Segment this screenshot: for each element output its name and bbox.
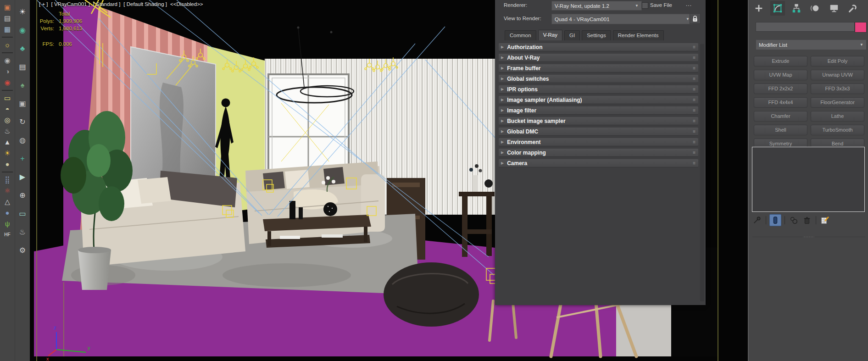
- tab-create[interactable]: [751, 1, 766, 16]
- rollout-authorization[interactable]: ▶Authorization≡: [499, 43, 698, 51]
- remove-modifier-button[interactable]: [801, 215, 812, 226]
- viewport-menu-general[interactable]: [ + ]: [39, 1, 48, 7]
- modifier-button-ffd-3x3x3[interactable]: FFD 3x3x3: [811, 83, 864, 94]
- modifier-button-ffd-4x4x4[interactable]: FFD 4x4x4: [754, 97, 807, 108]
- dome-light-icon[interactable]: ◓: [1, 104, 13, 115]
- rollout-menu-icon[interactable]: ≡: [693, 161, 695, 166]
- modifier-button-extrude[interactable]: Extrude: [754, 56, 807, 67]
- save-file-checkbox[interactable]: [642, 2, 648, 9]
- trees-icon[interactable]: ♣: [17, 39, 28, 58]
- viewport-menu-shading[interactable]: [ Default Shading ]: [123, 1, 167, 7]
- tab-motion[interactable]: [808, 1, 823, 16]
- omni-light-icon[interactable]: ☀: [17, 3, 28, 21]
- tab-gi[interactable]: GI: [564, 30, 580, 40]
- renderer-dropdown[interactable]: V-Ray Next, update 1.2▼: [551, 1, 642, 11]
- modifier-button-chamfer[interactable]: Chamfer: [754, 111, 807, 122]
- light-lister-icon[interactable]: ☼: [1, 39, 13, 50]
- save-file-label[interactable]: Save File: [650, 2, 672, 8]
- rollout-global-switches[interactable]: ▶Global switches≡: [499, 75, 698, 83]
- tab-common[interactable]: Common: [505, 30, 536, 40]
- dots-grid-icon[interactable]: ⣿: [1, 174, 13, 185]
- modifier-button-edit-poly[interactable]: Edit Poly: [811, 56, 864, 67]
- cone-icon[interactable]: ▲: [1, 137, 13, 148]
- green-camera-icon[interactable]: ◉: [17, 21, 28, 39]
- lock-view-button[interactable]: [690, 13, 701, 24]
- rollout-menu-icon[interactable]: ≡: [693, 150, 695, 155]
- grass-icon[interactable]: ψ: [1, 218, 13, 229]
- paper-ball-icon[interactable]: ●: [1, 207, 13, 218]
- sun-icon[interactable]: ☀: [1, 148, 13, 159]
- rollout-menu-icon[interactable]: ≡: [693, 108, 695, 113]
- rollout-menu-icon[interactable]: ≡: [693, 129, 695, 134]
- rollout-ipr-options[interactable]: ▶IPR options≡: [499, 85, 698, 94]
- dialog-scrollbar[interactable]: [700, 44, 704, 301]
- rollout-image-filter[interactable]: ▶Image filter≡: [499, 106, 698, 115]
- video-monitor-icon[interactable]: ▶: [17, 168, 28, 186]
- object-color-swatch[interactable]: [855, 22, 867, 33]
- modifier-button-ffd-2x2x2[interactable]: FFD 2x2x2: [754, 83, 807, 94]
- pine-scatter-icon[interactable]: ♠: [17, 76, 28, 94]
- pyramid-wire-icon[interactable]: △: [1, 196, 13, 207]
- rollout-menu-icon[interactable]: ≡: [693, 87, 695, 92]
- rollout-color-mapping[interactable]: ▶Color mapping≡: [499, 149, 698, 157]
- rollout-menu-icon[interactable]: ≡: [693, 66, 695, 71]
- rollout-bucket-image-sampler[interactable]: ▶Bucket image sampler≡: [499, 117, 698, 125]
- chaos-ring-icon[interactable]: ↻: [17, 113, 28, 131]
- mask-head-icon[interactable]: ◑: [1, 66, 13, 77]
- more-options-button[interactable]: ...: [683, 0, 695, 8]
- rollout-menu-icon[interactable]: ≡: [693, 76, 695, 81]
- tab-settings[interactable]: Settings: [582, 30, 611, 40]
- make-unique-button[interactable]: [788, 215, 799, 226]
- modifier-button-unwrap-uvw[interactable]: Unwrap UVW: [811, 70, 864, 80]
- modifier-stack-list[interactable]: [752, 147, 865, 212]
- rollout-environment[interactable]: ▶Environment≡: [499, 138, 698, 146]
- tab-vray[interactable]: V-Ray: [538, 30, 562, 40]
- bulb-gear-icon[interactable]: ⚙: [17, 241, 28, 260]
- lister-sheet-icon[interactable]: ▤: [17, 58, 28, 76]
- viewport-menu-pov[interactable]: [ VRayCam001 ]: [51, 1, 90, 7]
- tree-frame-icon[interactable]: ▣: [17, 94, 28, 113]
- modifier-button-turbosmooth[interactable]: TurboSmooth: [811, 125, 864, 135]
- monitor-icon[interactable]: ▭: [17, 205, 28, 223]
- tab-display[interactable]: [827, 1, 841, 16]
- modifier-button-floorgenerator[interactable]: FloorGenerator: [811, 97, 864, 108]
- render-frame-dialog-icon[interactable]: ▦: [1, 24, 13, 35]
- tab-utilities[interactable]: [846, 1, 860, 16]
- modifier-button-uvw-map[interactable]: UVW Map: [754, 70, 807, 80]
- viewport-menu-shading-quality[interactable]: [ Standard ]: [93, 1, 120, 7]
- camera-plus-icon[interactable]: ⊕: [17, 186, 28, 205]
- wire-teapot-icon[interactable]: ♨: [1, 126, 13, 137]
- rollout-menu-icon[interactable]: ≡: [693, 139, 695, 144]
- render-setup-dialog-icon[interactable]: ▤: [1, 13, 13, 24]
- move-gizmo-icon[interactable]: +: [17, 150, 28, 168]
- teapot-outline-icon[interactable]: ♨: [17, 223, 28, 241]
- pin-stack-button[interactable]: [751, 215, 762, 226]
- tab-render-elements[interactable]: Render Elements: [613, 30, 664, 40]
- rollout-menu-icon[interactable]: ≡: [693, 118, 695, 123]
- modifier-button-shell[interactable]: Shell: [754, 125, 807, 135]
- rollout-frame-buffer[interactable]: ▶Frame buffer≡: [499, 64, 698, 72]
- rollout-menu-icon[interactable]: ≡: [693, 44, 695, 50]
- molecule-icon[interactable]: ⚛: [1, 185, 13, 196]
- red-camera-icon[interactable]: ◉: [1, 77, 13, 88]
- modifier-list-dropdown[interactable]: Modifier List▼: [756, 39, 867, 50]
- configure-modifier-sets-button[interactable]: [819, 215, 830, 226]
- view-to-render-dropdown[interactable]: Quad 4 - VRayCam001▼: [551, 14, 693, 24]
- rollout-menu-icon[interactable]: ≡: [693, 97, 695, 102]
- rollout-camera[interactable]: ▶Camera≡: [499, 159, 698, 167]
- rollout-about-vray[interactable]: ▶About V-Ray≡: [499, 54, 698, 62]
- rect-light-icon[interactable]: ▭: [1, 93, 13, 104]
- render-scene-icon[interactable]: ▣: [1, 2, 13, 13]
- rollout-global-dmc[interactable]: ▶Global DMC≡: [499, 128, 698, 136]
- panel-divider[interactable]: ······: [752, 237, 865, 237]
- layer-spheres-icon[interactable]: ◍: [17, 131, 28, 150]
- tab-modify[interactable]: [770, 1, 785, 16]
- tab-hierarchy[interactable]: [789, 1, 804, 16]
- show-end-result-button[interactable]: [769, 214, 781, 226]
- sphere-light-icon[interactable]: ◎: [1, 115, 13, 126]
- hair-farm-icon[interactable]: HF: [1, 229, 13, 240]
- camera-speaker-icon[interactable]: ◉: [1, 55, 13, 66]
- rollout-menu-icon[interactable]: ≡: [693, 55, 695, 60]
- object-name-field[interactable]: [756, 22, 855, 32]
- divider-grip[interactable]: ······: [802, 235, 815, 239]
